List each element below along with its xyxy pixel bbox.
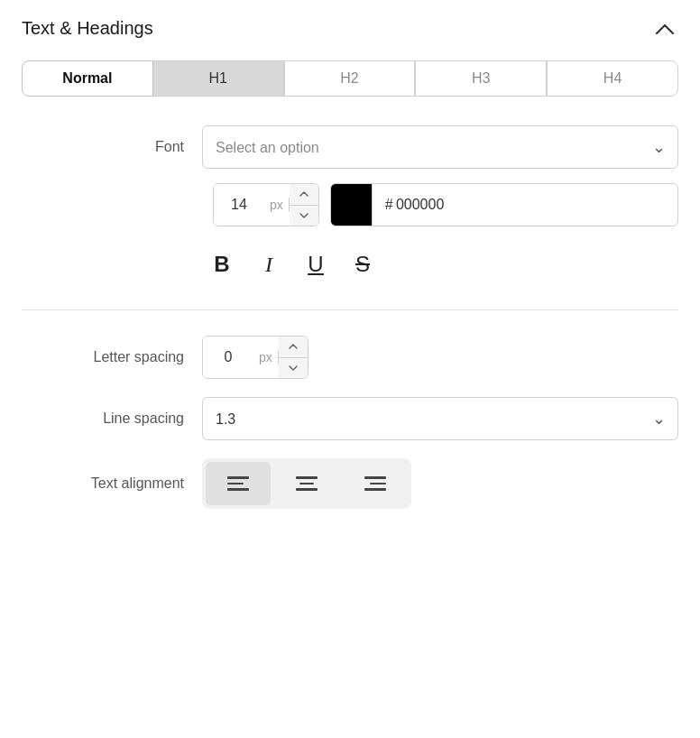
tab-normal[interactable]: Normal xyxy=(22,60,153,97)
tab-h2[interactable]: H2 xyxy=(284,60,416,97)
underline-button[interactable]: U xyxy=(296,244,336,284)
chevron-up-icon xyxy=(655,23,675,35)
line-spacing-select-wrapper: 1.3 1.0 1.5 2.0 ⌄ xyxy=(202,397,678,440)
text-alignment-row: Text alignment xyxy=(22,458,678,509)
letter-spacing-stepper xyxy=(279,337,308,378)
panel-header: Text & Headings xyxy=(22,18,678,39)
font-select[interactable]: Select an option xyxy=(202,125,678,169)
letter-spacing-row: Letter spacing px xyxy=(22,336,678,379)
color-hex-value: # 000000 xyxy=(373,197,677,213)
font-size-input[interactable] xyxy=(214,184,264,226)
text-style-row: B I U S xyxy=(22,244,678,284)
align-left-icon xyxy=(227,476,249,491)
font-select-wrapper: Select an option ⌄ xyxy=(202,125,678,169)
font-color-input-group: # 000000 xyxy=(330,183,678,226)
letter-spacing-label: Letter spacing xyxy=(22,349,202,365)
section-divider xyxy=(22,309,678,310)
align-right-icon xyxy=(364,476,386,491)
strikethrough-button[interactable]: S xyxy=(343,244,382,284)
alignment-button-group xyxy=(202,458,411,509)
font-size-decrement-button[interactable] xyxy=(290,206,318,226)
tab-h4[interactable]: H4 xyxy=(547,60,678,97)
chevron-up-small-icon xyxy=(299,191,309,197)
italic-button[interactable]: I xyxy=(249,244,289,284)
tabs-row: Normal H1 H2 H3 H4 xyxy=(22,60,678,97)
size-color-row: px # 000000 xyxy=(22,183,678,226)
panel-title: Text & Headings xyxy=(22,18,153,39)
font-size-stepper xyxy=(290,184,318,226)
line-spacing-label: Line spacing xyxy=(22,411,202,427)
align-center-button[interactable] xyxy=(274,462,339,505)
align-center-icon xyxy=(296,476,318,491)
letter-spacing-increment-button[interactable] xyxy=(279,337,308,358)
font-size-increment-button[interactable] xyxy=(290,184,318,206)
line-spacing-row: Line spacing 1.3 1.0 1.5 2.0 ⌄ xyxy=(22,397,678,440)
letter-spacing-decrement-button[interactable] xyxy=(279,358,308,379)
chevron-up-small-icon xyxy=(289,344,298,349)
chevron-down-small-icon xyxy=(289,365,298,371)
letter-spacing-input[interactable] xyxy=(203,337,253,378)
chevron-down-small-icon xyxy=(299,213,309,218)
panel: Text & Headings Normal H1 H2 H3 H4 Font … xyxy=(0,0,700,738)
align-right-button[interactable] xyxy=(343,462,408,505)
text-alignment-label: Text alignment xyxy=(22,475,202,492)
align-left-button[interactable] xyxy=(206,462,271,505)
tab-h3[interactable]: H3 xyxy=(415,60,547,97)
collapse-button[interactable] xyxy=(651,19,678,39)
font-row: Font Select an option ⌄ xyxy=(22,125,678,169)
bold-button[interactable]: B xyxy=(202,244,242,284)
line-spacing-select[interactable]: 1.3 1.0 1.5 2.0 xyxy=(202,397,678,440)
letter-spacing-input-group: px xyxy=(202,336,309,379)
font-label: Font xyxy=(22,139,202,155)
color-swatch[interactable] xyxy=(331,184,373,226)
letter-spacing-unit: px xyxy=(253,350,279,364)
tab-h1[interactable]: H1 xyxy=(153,60,284,97)
font-size-input-group: px xyxy=(213,183,319,226)
font-size-unit: px xyxy=(264,198,290,212)
